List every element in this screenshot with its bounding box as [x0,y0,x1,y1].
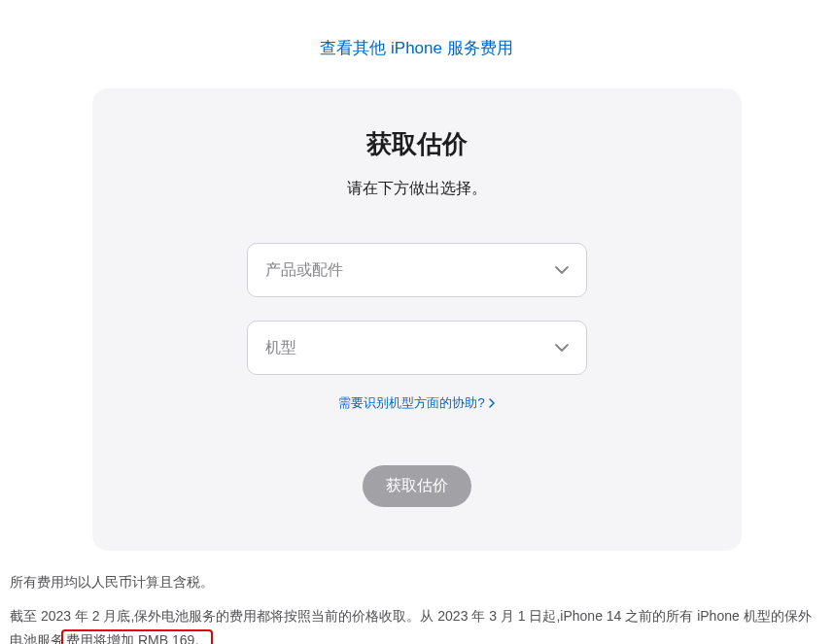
price-increase-highlight: 费用将增加 RMB 169。 [61,629,213,644]
other-services-link[interactable]: 查看其他 iPhone 服务费用 [320,39,512,57]
footer-line-1: 所有费用均以人民币计算且含税。 [10,570,823,594]
model-help-link[interactable]: 需要识别机型方面的协助? [338,394,494,412]
product-select[interactable]: 产品或配件 [247,243,587,297]
chevron-down-icon [555,344,569,352]
card-title: 获取估价 [121,127,712,161]
chevron-down-icon [555,266,569,274]
footer-text: 所有费用均以人民币计算且含税。 截至 2023 年 2 月底,保外电池服务的费用… [0,551,833,644]
product-select-wrapper: 产品或配件 [247,243,587,297]
top-link-container: 查看其他 iPhone 服务费用 [0,0,833,88]
model-select-wrapper: 机型 [247,321,587,375]
chevron-right-icon [489,396,495,411]
model-select[interactable]: 机型 [247,321,587,375]
get-estimate-button[interactable]: 获取估价 [363,465,471,507]
footer-line-2: 截至 2023 年 2 月底,保外电池服务的费用都将按照当前的价格收取。从 20… [10,604,823,644]
estimate-card: 获取估价 请在下方做出选择。 产品或配件 机型 需要识别机型方面的协助? 获取估… [92,88,742,551]
help-link-label: 需要识别机型方面的协助? [338,394,484,412]
product-select-placeholder: 产品或配件 [265,260,343,281]
model-select-placeholder: 机型 [265,338,296,358]
help-link-container: 需要识别机型方面的协助? [121,393,712,412]
card-subtitle: 请在下方做出选择。 [121,179,712,199]
